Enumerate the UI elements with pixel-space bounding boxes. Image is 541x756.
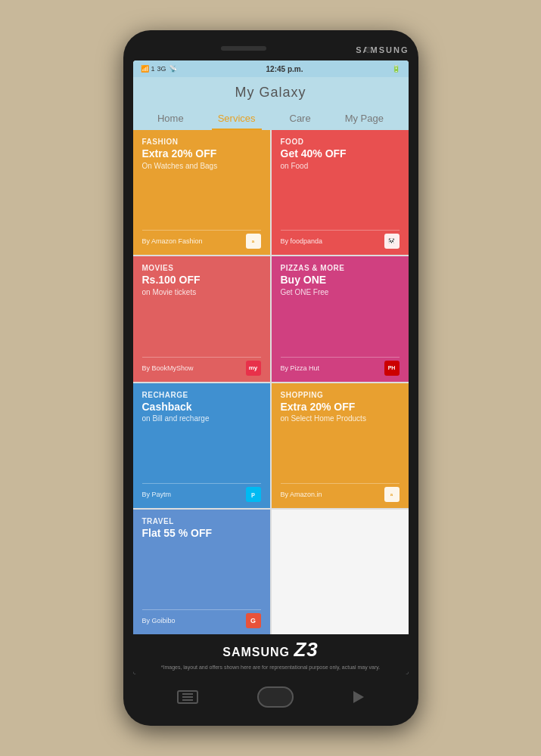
fashion-by: By Amazon Fashion: [142, 237, 203, 245]
food-by: By foodpanda: [281, 237, 323, 245]
travel-sub: [142, 541, 261, 605]
home-button[interactable]: [257, 686, 294, 708]
tab-mypage[interactable]: My Page: [339, 108, 390, 130]
phone-top: SAMSUNG: [132, 39, 409, 60]
signal-icon: 📶: [141, 65, 149, 73]
shopping-by: By Amazon.in: [281, 491, 322, 498]
amazon-shopping-logo: a: [384, 487, 400, 502]
status-time: 12:45 p.m.: [266, 65, 303, 73]
phone-device: SAMSUNG 📶 1 3G 📡 12:45 p.m. 🔋 My Galaxy …: [123, 30, 418, 726]
goibibo-logo: G: [246, 613, 261, 628]
fashion-footer: By Amazon Fashion a: [142, 230, 261, 249]
movies-offer: Rs.100 OFF: [142, 274, 261, 287]
pizzas-by: By Pizza Hut: [281, 364, 320, 372]
nav-tabs: Home Services Care My Page: [133, 108, 409, 130]
back-button[interactable]: [353, 691, 364, 703]
travel-by: By Goibibo: [142, 617, 176, 624]
status-left: 📶 1 3G 📡: [141, 65, 177, 73]
screen-bottom: SAMSUNG Z3 *Images, layout and offers sh…: [133, 634, 409, 674]
fashion-category: FASHION: [142, 138, 261, 146]
fashion-offer: Extra 20% OFF: [142, 147, 261, 160]
wifi-icon: 📡: [169, 65, 177, 73]
food-sub: on Food: [281, 162, 400, 225]
samsung-brand-top: SAMSUNG: [356, 45, 409, 54]
tab-home[interactable]: Home: [151, 108, 190, 130]
amazon-fashion-logo: a: [246, 234, 261, 249]
phone-screen: 📶 1 3G 📡 12:45 p.m. 🔋 My Galaxy Home Ser…: [133, 60, 409, 674]
recharge-sub: on Bill and recharge: [142, 414, 261, 478]
foodpanda-logo: 🐼: [384, 234, 400, 249]
service-card-shopping[interactable]: SHOPPING Extra 20% OFF on Select Home Pr…: [272, 383, 409, 508]
samsung-z3-text: SAMSUNG Z3: [222, 646, 319, 658]
service-card-movies[interactable]: MOVIES Rs.100 OFF on Movie tickets By Bo…: [133, 256, 270, 381]
movies-footer: By BookMyShow my: [142, 357, 261, 376]
pizzahut-logo: PH: [384, 361, 400, 376]
service-card-food[interactable]: FOOD Get 40% OFF on Food By foodpanda 🐼: [272, 130, 409, 255]
svg-rect-0: [182, 693, 193, 695]
service-card-empty: [272, 510, 409, 634]
bookmyshow-logo: my: [246, 361, 261, 376]
app-header: My Galaxy Home Services Care My Page: [133, 77, 409, 130]
svg-rect-1: [182, 696, 193, 698]
services-grid: FASHION Extra 20% OFF On Watches and Bag…: [133, 130, 409, 634]
status-bar: 📶 1 3G 📡 12:45 p.m. 🔋: [133, 60, 409, 77]
sim-icon: 1: [151, 65, 155, 73]
tab-care[interactable]: Care: [284, 108, 317, 130]
food-category: FOOD: [281, 138, 400, 146]
shopping-offer: Extra 20% OFF: [281, 401, 400, 414]
app-title: My Galaxy: [133, 85, 409, 101]
travel-offer: Flat 55 % OFF: [142, 527, 261, 540]
food-footer: By foodpanda 🐼: [281, 230, 400, 249]
menu-button[interactable]: [177, 690, 198, 704]
recharge-category: RECHARGE: [142, 391, 261, 399]
paytm-logo: p: [246, 487, 261, 502]
pizzas-footer: By Pizza Hut PH: [281, 357, 400, 376]
service-card-travel[interactable]: TRAVEL Flat 55 % OFF By Goibibo G: [133, 510, 270, 634]
service-card-recharge[interactable]: RECHARGE Cashback on Bill and recharge B…: [133, 383, 270, 508]
svg-rect-2: [182, 699, 193, 701]
fashion-sub: On Watches and Bags: [142, 162, 261, 225]
camera: [365, 47, 372, 53]
shopping-footer: By Amazon.in a: [281, 483, 400, 502]
recharge-by: By Paytm: [142, 491, 172, 498]
recharge-offer: Cashback: [142, 401, 261, 414]
data-icon: 3G: [157, 65, 166, 73]
battery-icon: 🔋: [392, 65, 400, 73]
service-card-fashion[interactable]: FASHION Extra 20% OFF On Watches and Bag…: [133, 130, 270, 255]
movies-sub: on Movie tickets: [142, 288, 261, 352]
food-offer: Get 40% OFF: [281, 147, 400, 160]
movies-by: By BookMyShow: [142, 364, 194, 372]
pizzas-category: PIZZAS & MORE: [281, 264, 400, 272]
travel-category: TRAVEL: [142, 517, 261, 525]
movies-category: MOVIES: [142, 264, 261, 272]
pizzas-offer: Buy ONE: [281, 274, 400, 287]
samsung-z3-bar: SAMSUNG Z3: [139, 637, 403, 663]
phone-bottom-bar: [132, 677, 409, 717]
shopping-sub: on Select Home Products: [281, 414, 400, 478]
pizzas-sub: Get ONE Free: [281, 288, 400, 352]
tab-services[interactable]: Services: [212, 108, 262, 130]
recharge-footer: By Paytm p: [142, 483, 261, 502]
travel-footer: By Goibibo G: [142, 609, 261, 628]
speaker-grille: [221, 46, 266, 51]
disclaimer-text: *Images, layout and offers shown here ar…: [139, 663, 403, 671]
shopping-category: SHOPPING: [281, 391, 400, 399]
service-card-pizzas[interactable]: PIZZAS & MORE Buy ONE Get ONE Free By Pi…: [272, 256, 409, 381]
